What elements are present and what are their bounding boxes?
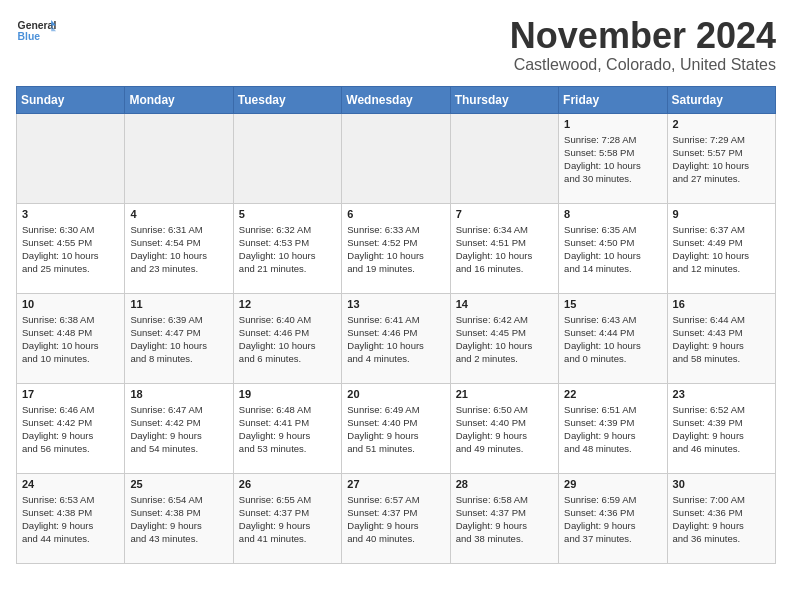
day-number: 17 bbox=[22, 388, 119, 400]
calendar-table: SundayMondayTuesdayWednesdayThursdayFrid… bbox=[16, 86, 776, 564]
day-number: 27 bbox=[347, 478, 444, 490]
day-info: Sunrise: 6:58 AM Sunset: 4:37 PM Dayligh… bbox=[456, 493, 553, 546]
calendar-cell: 2Sunrise: 7:29 AM Sunset: 5:57 PM Daylig… bbox=[667, 113, 775, 203]
calendar-cell: 3Sunrise: 6:30 AM Sunset: 4:55 PM Daylig… bbox=[17, 203, 125, 293]
logo: General Blue bbox=[16, 16, 56, 46]
calendar-cell: 21Sunrise: 6:50 AM Sunset: 4:40 PM Dayli… bbox=[450, 383, 558, 473]
day-number: 19 bbox=[239, 388, 336, 400]
day-info: Sunrise: 6:44 AM Sunset: 4:43 PM Dayligh… bbox=[673, 313, 770, 366]
calendar-week-row: 3Sunrise: 6:30 AM Sunset: 4:55 PM Daylig… bbox=[17, 203, 776, 293]
day-info: Sunrise: 6:59 AM Sunset: 4:36 PM Dayligh… bbox=[564, 493, 661, 546]
calendar-cell: 4Sunrise: 6:31 AM Sunset: 4:54 PM Daylig… bbox=[125, 203, 233, 293]
day-number: 29 bbox=[564, 478, 661, 490]
weekday-header-row: SundayMondayTuesdayWednesdayThursdayFrid… bbox=[17, 86, 776, 113]
calendar-cell: 12Sunrise: 6:40 AM Sunset: 4:46 PM Dayli… bbox=[233, 293, 341, 383]
day-info: Sunrise: 6:39 AM Sunset: 4:47 PM Dayligh… bbox=[130, 313, 227, 366]
day-info: Sunrise: 6:43 AM Sunset: 4:44 PM Dayligh… bbox=[564, 313, 661, 366]
page-header: General Blue November 2024 Castlewood, C… bbox=[16, 16, 776, 74]
weekday-header: Thursday bbox=[450, 86, 558, 113]
calendar-cell: 24Sunrise: 6:53 AM Sunset: 4:38 PM Dayli… bbox=[17, 473, 125, 563]
day-info: Sunrise: 6:57 AM Sunset: 4:37 PM Dayligh… bbox=[347, 493, 444, 546]
calendar-cell bbox=[17, 113, 125, 203]
day-number: 30 bbox=[673, 478, 770, 490]
svg-text:General: General bbox=[18, 20, 56, 31]
day-info: Sunrise: 6:33 AM Sunset: 4:52 PM Dayligh… bbox=[347, 223, 444, 276]
calendar-cell: 29Sunrise: 6:59 AM Sunset: 4:36 PM Dayli… bbox=[559, 473, 667, 563]
calendar-week-row: 1Sunrise: 7:28 AM Sunset: 5:58 PM Daylig… bbox=[17, 113, 776, 203]
weekday-header: Wednesday bbox=[342, 86, 450, 113]
svg-text:Blue: Blue bbox=[18, 31, 41, 42]
calendar-cell: 28Sunrise: 6:58 AM Sunset: 4:37 PM Dayli… bbox=[450, 473, 558, 563]
calendar-cell bbox=[342, 113, 450, 203]
calendar-cell: 5Sunrise: 6:32 AM Sunset: 4:53 PM Daylig… bbox=[233, 203, 341, 293]
calendar-cell: 8Sunrise: 6:35 AM Sunset: 4:50 PM Daylig… bbox=[559, 203, 667, 293]
calendar-cell: 7Sunrise: 6:34 AM Sunset: 4:51 PM Daylig… bbox=[450, 203, 558, 293]
day-number: 1 bbox=[564, 118, 661, 130]
day-number: 6 bbox=[347, 208, 444, 220]
day-number: 23 bbox=[673, 388, 770, 400]
day-info: Sunrise: 6:50 AM Sunset: 4:40 PM Dayligh… bbox=[456, 403, 553, 456]
day-info: Sunrise: 6:52 AM Sunset: 4:39 PM Dayligh… bbox=[673, 403, 770, 456]
calendar-cell: 14Sunrise: 6:42 AM Sunset: 4:45 PM Dayli… bbox=[450, 293, 558, 383]
location-subtitle: Castlewood, Colorado, United States bbox=[510, 56, 776, 74]
calendar-cell: 16Sunrise: 6:44 AM Sunset: 4:43 PM Dayli… bbox=[667, 293, 775, 383]
day-info: Sunrise: 6:49 AM Sunset: 4:40 PM Dayligh… bbox=[347, 403, 444, 456]
day-number: 26 bbox=[239, 478, 336, 490]
calendar-cell: 20Sunrise: 6:49 AM Sunset: 4:40 PM Dayli… bbox=[342, 383, 450, 473]
day-info: Sunrise: 6:54 AM Sunset: 4:38 PM Dayligh… bbox=[130, 493, 227, 546]
day-number: 22 bbox=[564, 388, 661, 400]
day-number: 11 bbox=[130, 298, 227, 310]
calendar-week-row: 17Sunrise: 6:46 AM Sunset: 4:42 PM Dayli… bbox=[17, 383, 776, 473]
day-info: Sunrise: 6:46 AM Sunset: 4:42 PM Dayligh… bbox=[22, 403, 119, 456]
weekday-header: Saturday bbox=[667, 86, 775, 113]
day-info: Sunrise: 6:32 AM Sunset: 4:53 PM Dayligh… bbox=[239, 223, 336, 276]
calendar-cell: 11Sunrise: 6:39 AM Sunset: 4:47 PM Dayli… bbox=[125, 293, 233, 383]
day-number: 2 bbox=[673, 118, 770, 130]
calendar-cell: 17Sunrise: 6:46 AM Sunset: 4:42 PM Dayli… bbox=[17, 383, 125, 473]
calendar-cell: 19Sunrise: 6:48 AM Sunset: 4:41 PM Dayli… bbox=[233, 383, 341, 473]
day-info: Sunrise: 7:00 AM Sunset: 4:36 PM Dayligh… bbox=[673, 493, 770, 546]
day-number: 24 bbox=[22, 478, 119, 490]
day-info: Sunrise: 6:31 AM Sunset: 4:54 PM Dayligh… bbox=[130, 223, 227, 276]
calendar-cell: 30Sunrise: 7:00 AM Sunset: 4:36 PM Dayli… bbox=[667, 473, 775, 563]
weekday-header: Monday bbox=[125, 86, 233, 113]
day-number: 3 bbox=[22, 208, 119, 220]
day-info: Sunrise: 6:53 AM Sunset: 4:38 PM Dayligh… bbox=[22, 493, 119, 546]
calendar-cell: 13Sunrise: 6:41 AM Sunset: 4:46 PM Dayli… bbox=[342, 293, 450, 383]
weekday-header: Friday bbox=[559, 86, 667, 113]
weekday-header: Sunday bbox=[17, 86, 125, 113]
day-info: Sunrise: 6:47 AM Sunset: 4:42 PM Dayligh… bbox=[130, 403, 227, 456]
calendar-cell bbox=[233, 113, 341, 203]
day-info: Sunrise: 6:37 AM Sunset: 4:49 PM Dayligh… bbox=[673, 223, 770, 276]
calendar-cell: 15Sunrise: 6:43 AM Sunset: 4:44 PM Dayli… bbox=[559, 293, 667, 383]
day-number: 7 bbox=[456, 208, 553, 220]
day-number: 4 bbox=[130, 208, 227, 220]
calendar-cell: 6Sunrise: 6:33 AM Sunset: 4:52 PM Daylig… bbox=[342, 203, 450, 293]
calendar-cell: 25Sunrise: 6:54 AM Sunset: 4:38 PM Dayli… bbox=[125, 473, 233, 563]
calendar-cell: 23Sunrise: 6:52 AM Sunset: 4:39 PM Dayli… bbox=[667, 383, 775, 473]
calendar-cell: 1Sunrise: 7:28 AM Sunset: 5:58 PM Daylig… bbox=[559, 113, 667, 203]
calendar-cell: 26Sunrise: 6:55 AM Sunset: 4:37 PM Dayli… bbox=[233, 473, 341, 563]
day-info: Sunrise: 6:48 AM Sunset: 4:41 PM Dayligh… bbox=[239, 403, 336, 456]
day-info: Sunrise: 7:29 AM Sunset: 5:57 PM Dayligh… bbox=[673, 133, 770, 186]
day-info: Sunrise: 6:55 AM Sunset: 4:37 PM Dayligh… bbox=[239, 493, 336, 546]
calendar-cell: 10Sunrise: 6:38 AM Sunset: 4:48 PM Dayli… bbox=[17, 293, 125, 383]
day-info: Sunrise: 6:42 AM Sunset: 4:45 PM Dayligh… bbox=[456, 313, 553, 366]
day-info: Sunrise: 6:30 AM Sunset: 4:55 PM Dayligh… bbox=[22, 223, 119, 276]
day-number: 9 bbox=[673, 208, 770, 220]
title-block: November 2024 Castlewood, Colorado, Unit… bbox=[510, 16, 776, 74]
day-number: 21 bbox=[456, 388, 553, 400]
day-number: 5 bbox=[239, 208, 336, 220]
calendar-cell: 18Sunrise: 6:47 AM Sunset: 4:42 PM Dayli… bbox=[125, 383, 233, 473]
day-number: 8 bbox=[564, 208, 661, 220]
calendar-cell: 22Sunrise: 6:51 AM Sunset: 4:39 PM Dayli… bbox=[559, 383, 667, 473]
day-info: Sunrise: 6:51 AM Sunset: 4:39 PM Dayligh… bbox=[564, 403, 661, 456]
day-info: Sunrise: 6:40 AM Sunset: 4:46 PM Dayligh… bbox=[239, 313, 336, 366]
calendar-cell: 27Sunrise: 6:57 AM Sunset: 4:37 PM Dayli… bbox=[342, 473, 450, 563]
calendar-week-row: 10Sunrise: 6:38 AM Sunset: 4:48 PM Dayli… bbox=[17, 293, 776, 383]
calendar-cell: 9Sunrise: 6:37 AM Sunset: 4:49 PM Daylig… bbox=[667, 203, 775, 293]
day-info: Sunrise: 6:34 AM Sunset: 4:51 PM Dayligh… bbox=[456, 223, 553, 276]
day-number: 15 bbox=[564, 298, 661, 310]
calendar-week-row: 24Sunrise: 6:53 AM Sunset: 4:38 PM Dayli… bbox=[17, 473, 776, 563]
weekday-header: Tuesday bbox=[233, 86, 341, 113]
